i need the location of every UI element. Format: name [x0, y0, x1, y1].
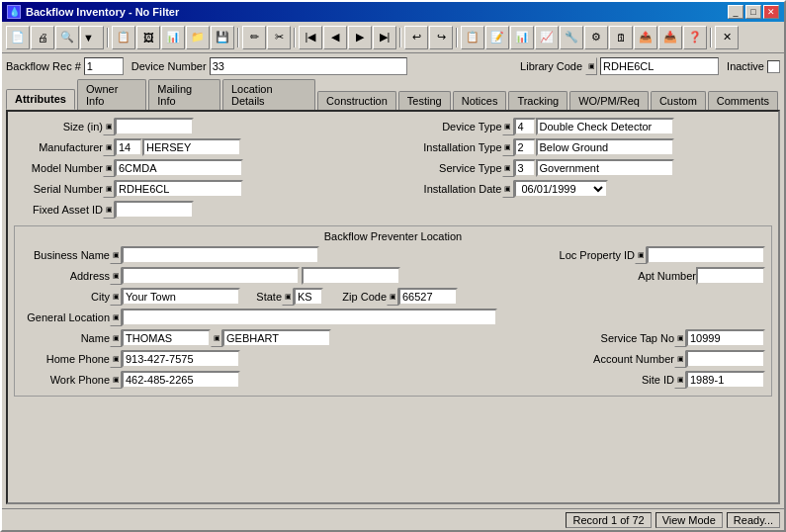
install-date-icon-btn[interactable]: ▣: [502, 180, 514, 198]
tab-tracking[interactable]: Tracking: [508, 91, 568, 110]
manufacturer-icon-btn[interactable]: ▣: [103, 138, 115, 156]
print-button[interactable]: 🖨: [31, 26, 54, 49]
service-type-name-input[interactable]: [536, 159, 674, 177]
nav-next[interactable]: ▶: [348, 26, 372, 49]
city-icon-btn[interactable]: ▣: [110, 288, 122, 306]
tab-construction[interactable]: Construction: [317, 91, 396, 110]
site-id-icon-btn[interactable]: ▣: [674, 371, 686, 389]
nav-last[interactable]: ▶|: [373, 26, 396, 49]
name-last-input[interactable]: [222, 329, 331, 347]
maximize-button[interactable]: □: [745, 5, 761, 19]
gen-location-input[interactable]: [122, 309, 497, 326]
work-phone-input[interactable]: [122, 371, 240, 389]
tool8[interactable]: 📤: [634, 26, 657, 49]
serial-icon-btn[interactable]: ▣: [103, 180, 115, 198]
new-button[interactable]: 📄: [6, 26, 30, 49]
business-icon-btn[interactable]: ▣: [110, 246, 122, 264]
icon-btn2[interactable]: 🖼: [136, 26, 160, 49]
undo-button[interactable]: ↩: [404, 26, 428, 49]
tab-location-details[interactable]: Location Details: [222, 79, 315, 110]
nav-first[interactable]: |◀: [299, 26, 322, 49]
zip-icon-btn[interactable]: ▣: [387, 288, 398, 306]
exit-button[interactable]: ✕: [715, 26, 739, 49]
tool5[interactable]: 🔧: [560, 26, 583, 49]
tab-custom[interactable]: Custom: [651, 91, 706, 110]
business-name-input[interactable]: [122, 246, 319, 264]
cut-button[interactable]: ✂: [267, 26, 291, 49]
state-input[interactable]: [294, 288, 323, 306]
zip-input[interactable]: [398, 288, 458, 306]
install-date-select[interactable]: 06/01/1999: [514, 180, 608, 198]
asset-input[interactable]: [115, 201, 194, 219]
device-type-name-input[interactable]: [536, 118, 674, 135]
city-input[interactable]: [122, 288, 240, 306]
asset-icon-btn[interactable]: ▣: [103, 201, 115, 219]
size-icon-btn[interactable]: ▣: [103, 118, 115, 135]
account-icon-btn[interactable]: ▣: [674, 350, 686, 368]
icon-btn3[interactable]: 📊: [161, 26, 185, 49]
filter-dropdown[interactable]: ▼: [80, 26, 104, 49]
tab-comments[interactable]: Comments: [708, 91, 778, 110]
address-icon-btn[interactable]: ▣: [110, 267, 122, 285]
tab-attributes[interactable]: Attributes: [6, 89, 75, 110]
gen-location-icon-btn[interactable]: ▣: [110, 309, 122, 326]
service-type-icon-btn[interactable]: ▣: [502, 159, 514, 177]
inactive-checkbox[interactable]: [767, 60, 780, 73]
tool10[interactable]: ❓: [683, 26, 707, 49]
tool7[interactable]: 🗓: [609, 26, 633, 49]
device-type-icon-btn[interactable]: ▣: [502, 118, 514, 135]
search-button[interactable]: 🔍: [55, 26, 79, 49]
name-icon-btn1[interactable]: ▣: [110, 329, 122, 347]
service-tap-input[interactable]: [686, 329, 765, 347]
device-type-code-input[interactable]: [514, 118, 536, 135]
redo-button[interactable]: ↪: [429, 26, 453, 49]
save-button[interactable]: 💾: [211, 26, 234, 49]
close-button[interactable]: ✕: [763, 5, 779, 19]
install-type-code-input[interactable]: [514, 138, 536, 156]
model-input[interactable]: [115, 159, 243, 177]
tool1[interactable]: 📋: [461, 26, 484, 49]
tab-mailing-info[interactable]: Mailing Info: [148, 79, 220, 110]
name-icon-btn2[interactable]: ▣: [211, 329, 222, 347]
tool9[interactable]: 📥: [658, 26, 682, 49]
name-first-input[interactable]: [122, 329, 211, 347]
icon-btn1[interactable]: 📋: [112, 26, 135, 49]
address-input[interactable]: [122, 267, 300, 285]
loc-property-input[interactable]: [647, 246, 765, 264]
tab-notices[interactable]: Notices: [453, 91, 507, 110]
home-phone-icon-btn[interactable]: ▣: [110, 350, 122, 368]
install-type-icon-btn[interactable]: ▣: [502, 138, 514, 156]
service-tap-icon-btn[interactable]: ▣: [674, 329, 686, 347]
tab-wo-pm-req[interactable]: WO/PM/Req: [569, 91, 649, 110]
manufacturer-name-input[interactable]: [142, 138, 241, 156]
apt-input[interactable]: [696, 267, 765, 285]
serial-input[interactable]: [115, 180, 243, 198]
tool2[interactable]: 📝: [485, 26, 509, 49]
tab-testing[interactable]: Testing: [398, 91, 451, 110]
tab-owner-info[interactable]: Owner Info: [77, 79, 146, 110]
tool4[interactable]: 📈: [535, 26, 559, 49]
minimize-button[interactable]: _: [728, 5, 743, 19]
account-input[interactable]: [686, 350, 765, 368]
library-code-icon[interactable]: ▣: [585, 57, 597, 75]
pencil-button[interactable]: ✏: [242, 26, 266, 49]
site-id-input[interactable]: [686, 371, 765, 389]
model-icon-btn[interactable]: ▣: [103, 159, 115, 177]
tool6[interactable]: ⚙: [584, 26, 608, 49]
loc-property-icon-btn[interactable]: ▣: [635, 246, 647, 264]
icon-btn4[interactable]: 📁: [186, 26, 210, 49]
sep1: [107, 28, 109, 47]
size-input[interactable]: [115, 118, 194, 135]
manufacturer-code-input[interactable]: [115, 138, 142, 156]
tool3[interactable]: 📊: [510, 26, 534, 49]
backflow-rec-input[interactable]: [84, 57, 124, 75]
home-phone-input[interactable]: [122, 350, 240, 368]
service-type-code-input[interactable]: [514, 159, 536, 177]
library-code-input[interactable]: [600, 57, 719, 75]
address2-input[interactable]: [302, 267, 400, 285]
install-type-name-input[interactable]: [536, 138, 674, 156]
work-phone-icon-btn[interactable]: ▣: [110, 371, 122, 389]
nav-prev[interactable]: ◀: [323, 26, 347, 49]
device-number-input[interactable]: [210, 57, 407, 75]
state-icon-btn[interactable]: ▣: [282, 288, 294, 306]
